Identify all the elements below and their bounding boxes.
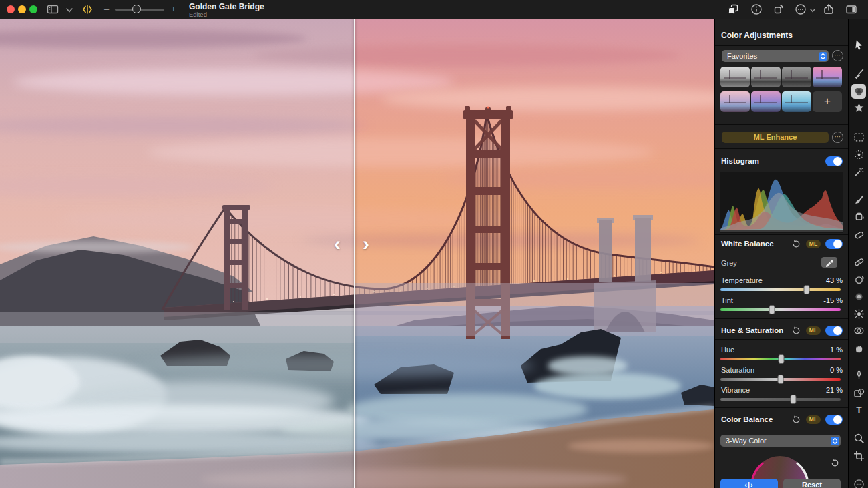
magic-wand-tool-icon[interactable]	[851, 164, 866, 179]
presets-more-icon[interactable]: ⋯	[832, 50, 843, 61]
hue-saturation-ml-badge[interactable]: ML	[806, 326, 821, 335]
saturation-value: 0 %	[830, 366, 843, 374]
rect-select-tool-icon[interactable]	[851, 130, 866, 144]
preset-thumb-bw-light[interactable]	[720, 67, 750, 87]
saturation-slider[interactable]	[720, 378, 841, 381]
color-balance-toggle[interactable]	[825, 415, 843, 425]
photo-before	[0, 19, 355, 488]
fill-bucket-tool-icon[interactable]	[851, 208, 866, 223]
white-balance-toggle[interactable]	[825, 239, 843, 249]
temperature-slider[interactable]	[720, 288, 841, 291]
preset-thumb-soft-pink[interactable]	[720, 91, 750, 112]
tint-label: Tint	[721, 296, 733, 304]
pen-tool-icon[interactable]	[851, 367, 866, 382]
hue-saturation-reset-icon[interactable]	[791, 326, 801, 336]
rotate-canvas-icon[interactable]	[773, 3, 785, 15]
compare-divider[interactable]	[354, 19, 355, 488]
temperature-slider-thumb[interactable]	[803, 285, 809, 294]
histogram-chart	[720, 172, 843, 233]
color-adjustments-panel: Color Adjustments Favorites ⋯ + ML Enhan…	[714, 19, 848, 488]
document-status: Edited	[189, 11, 207, 18]
preset-thumb-vivid-pink[interactable]	[813, 67, 842, 87]
zoom-slider[interactable]	[115, 9, 164, 11]
hue-saturation-header: Hue & Saturation ML	[721, 325, 843, 336]
tint-slider[interactable]	[720, 308, 841, 311]
svg-text:T: T	[856, 405, 862, 415]
sidebar-toggle-icon[interactable]	[47, 3, 59, 15]
photo-canvas[interactable]: ‹ ›	[0, 19, 714, 488]
hue-value: 1 %	[830, 346, 843, 354]
minimize-window-button[interactable]	[18, 5, 26, 13]
zoom-in-button[interactable]: +	[171, 4, 176, 14]
sharpen-tool-icon[interactable]	[851, 306, 866, 321]
more-tools-icon[interactable]	[851, 477, 866, 488]
temperature-label: Temperature	[721, 276, 763, 284]
color-adjustments-tool-icon[interactable]	[851, 84, 866, 99]
effects-tool-icon[interactable]	[851, 100, 866, 115]
wheel-reset-icon[interactable]	[830, 458, 840, 468]
hue-slider[interactable]	[720, 358, 841, 360]
preset-thumb-purple-dusk[interactable]	[751, 91, 781, 112]
zoom-tool-icon[interactable]	[851, 431, 866, 445]
zoom-window-button[interactable]	[29, 5, 37, 13]
vibrance-slider-thumb[interactable]	[790, 395, 796, 404]
color-replace-tool-icon[interactable]	[851, 323, 866, 338]
more-options-icon[interactable]	[795, 3, 807, 15]
reset-adjustments-button[interactable]: Reset	[783, 479, 841, 488]
tint-value: -15 %	[823, 296, 843, 304]
color-balance-reset-icon[interactable]	[791, 415, 801, 425]
more-options-chevron-icon[interactable]	[807, 6, 819, 18]
style-brush-tool-icon[interactable]	[851, 66, 866, 81]
text-tool-icon[interactable]: T	[851, 403, 866, 417]
ml-enhance-button[interactable]: ML Enhance	[722, 132, 829, 143]
grey-eyedropper-button[interactable]	[821, 257, 837, 268]
blur-tool-icon[interactable]	[851, 289, 866, 304]
tint-slider-thumb[interactable]	[769, 305, 775, 314]
smudge-tool-icon[interactable]	[851, 340, 866, 355]
color-balance-ml-badge[interactable]: ML	[806, 415, 821, 424]
preset-thumb-bw-medium[interactable]	[751, 67, 781, 87]
vibrance-slider[interactable]	[720, 398, 841, 401]
share-icon[interactable]	[823, 3, 835, 15]
ml-enhance-more-icon[interactable]: ⋯	[832, 132, 843, 143]
paint-tool-icon[interactable]	[851, 192, 866, 206]
preset-thumb-bw-dark[interactable]	[782, 67, 811, 87]
close-window-button[interactable]	[7, 5, 15, 13]
copy-adjustments-icon[interactable]	[727, 3, 739, 15]
panel-title: Color Adjustments	[721, 31, 793, 40]
favorites-select[interactable]: Favorites	[722, 50, 829, 62]
info-icon[interactable]	[750, 3, 763, 15]
compare-button[interactable]: ‹|›	[720, 479, 778, 488]
white-balance-reset-icon[interactable]	[791, 239, 801, 249]
compare-mode-icon[interactable]	[81, 3, 93, 15]
eraser-tool-icon[interactable]	[851, 226, 866, 241]
pointer-tool-icon[interactable]	[851, 37, 866, 52]
add-preset-button[interactable]: +	[813, 91, 842, 112]
hue-saturation-toggle[interactable]	[825, 326, 843, 336]
compare-right-arrow[interactable]: ›	[363, 234, 369, 254]
zoom-out-button[interactable]: –	[104, 4, 109, 14]
quick-select-tool-icon[interactable]	[851, 147, 866, 162]
compare-button-glyph: ‹|›	[744, 481, 753, 488]
preset-thumb-cool-cyan[interactable]	[782, 91, 811, 112]
crop-tool-icon[interactable]	[851, 449, 866, 463]
hue-saturation-title: Hue & Saturation	[721, 326, 791, 334]
clone-stamp-tool-icon[interactable]	[851, 272, 866, 286]
select-stepper-icon[interactable]	[819, 52, 827, 61]
temperature-value: 43 %	[826, 276, 843, 284]
color-balance-mode-value: 3-Way Color	[726, 437, 767, 445]
heal-tool-icon[interactable]	[851, 254, 866, 269]
zoom-slider-thumb[interactable]	[132, 5, 141, 13]
chevron-down-icon[interactable]	[63, 5, 75, 17]
saturation-slider-thumb[interactable]	[778, 375, 784, 384]
vibrance-value: 21 %	[826, 386, 843, 394]
grey-label: Grey	[721, 259, 737, 267]
compare-left-arrow[interactable]: ‹	[334, 234, 341, 254]
white-balance-ml-badge[interactable]: ML	[806, 240, 821, 248]
select-stepper-icon[interactable]	[831, 437, 839, 445]
hue-slider-thumb[interactable]	[778, 354, 784, 364]
histogram-toggle[interactable]	[825, 156, 843, 166]
panel-toggle-icon[interactable]	[845, 3, 857, 15]
shapes-tool-icon[interactable]	[851, 385, 866, 400]
color-balance-mode-select[interactable]: 3-Way Color	[720, 435, 841, 447]
